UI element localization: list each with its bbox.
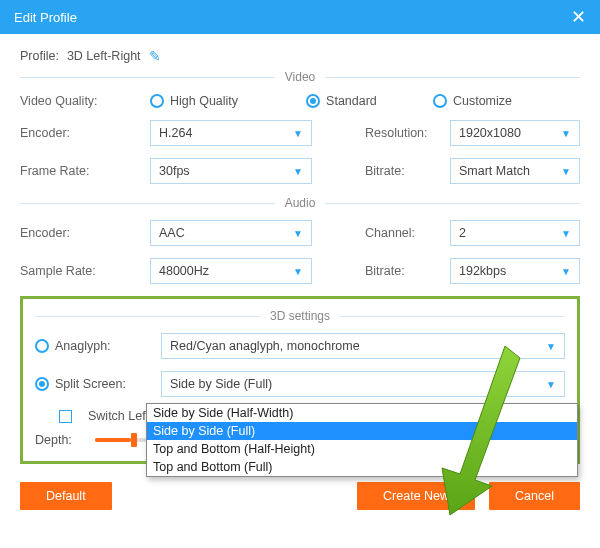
audio-channel-label: Channel: [365, 226, 440, 240]
anaglyph-value: Red/Cyan anaglyph, monochrome [170, 339, 360, 353]
audio-encoder-value: AAC [159, 226, 185, 240]
profile-value: 3D Left-Right [67, 49, 141, 63]
audio-samplerate-value: 48000Hz [159, 264, 209, 278]
three-d-section-label: 3D settings [270, 309, 330, 323]
audio-encoder-label: Encoder: [20, 226, 140, 240]
cancel-button[interactable]: Cancel [489, 482, 580, 510]
split-option-3[interactable]: Top and Bottom (Full) [147, 458, 577, 476]
default-button[interactable]: Default [20, 482, 112, 510]
video-framerate-value: 30fps [159, 164, 190, 178]
split-option-2[interactable]: Top and Bottom (Half-Height) [147, 440, 577, 458]
audio-encoder-select[interactable]: AAC▼ [150, 220, 312, 246]
close-icon[interactable]: ✕ [571, 6, 586, 28]
audio-channel-select[interactable]: 2▼ [450, 220, 580, 246]
video-bitrate-select[interactable]: Smart Match▼ [450, 158, 580, 184]
switch-left-checkbox[interactable] [59, 410, 72, 423]
chevron-down-icon: ▼ [293, 228, 303, 239]
audio-section-label: Audio [285, 196, 316, 210]
video-bitrate-value: Smart Match [459, 164, 530, 178]
switch-left-label: Switch Left [88, 409, 149, 423]
audio-channel-value: 2 [459, 226, 466, 240]
audio-bitrate-select[interactable]: 192kbps▼ [450, 258, 580, 284]
quality-customize-radio[interactable]: Customize [433, 94, 512, 108]
video-section-label: Video [285, 70, 315, 84]
audio-samplerate-select[interactable]: 48000Hz▼ [150, 258, 312, 284]
chevron-down-icon: ▼ [561, 228, 571, 239]
split-option-0[interactable]: Side by Side (Half-Width) [147, 404, 577, 422]
audio-bitrate-value: 192kbps [459, 264, 506, 278]
split-screen-dropdown[interactable]: Side by Side (Half-Width) Side by Side (… [146, 403, 578, 477]
video-resolution-select[interactable]: 1920x1080▼ [450, 120, 580, 146]
create-new-button[interactable]: Create New [357, 482, 475, 510]
chevron-down-icon: ▼ [561, 266, 571, 277]
chevron-down-icon: ▼ [546, 341, 556, 352]
titlebar: Edit Profile ✕ [0, 0, 600, 34]
chevron-down-icon: ▼ [561, 128, 571, 139]
chevron-down-icon: ▼ [293, 128, 303, 139]
video-framerate-label: Frame Rate: [20, 164, 140, 178]
quality-customize-text: Customize [453, 94, 512, 108]
quality-standard-text: Standard [326, 94, 377, 108]
split-screen-select[interactable]: Side by Side (Full)▼ [161, 371, 565, 397]
video-encoder-label: Encoder: [20, 126, 140, 140]
video-resolution-label: Resolution: [365, 126, 440, 140]
quality-high-text: High Quality [170, 94, 238, 108]
window-title: Edit Profile [14, 10, 77, 25]
split-option-1[interactable]: Side by Side (Full) [147, 422, 577, 440]
anaglyph-radio[interactable]: Anaglyph: [35, 339, 133, 353]
depth-label: Depth: [35, 433, 85, 447]
anaglyph-label: Anaglyph: [55, 339, 111, 353]
chevron-down-icon: ▼ [293, 266, 303, 277]
three-d-divider: 3D settings [35, 309, 565, 323]
chevron-down-icon: ▼ [546, 379, 556, 390]
profile-row: Profile: 3D Left-Right ✎ [20, 48, 580, 64]
edit-icon[interactable]: ✎ [149, 48, 161, 64]
video-resolution-value: 1920x1080 [459, 126, 521, 140]
video-bitrate-label: Bitrate: [365, 164, 440, 178]
profile-label: Profile: [20, 49, 59, 63]
chevron-down-icon: ▼ [293, 166, 303, 177]
video-encoder-value: H.264 [159, 126, 192, 140]
video-divider: Video [20, 70, 580, 84]
video-quality-label: Video Quality: [20, 94, 140, 108]
video-framerate-select[interactable]: 30fps▼ [150, 158, 312, 184]
split-screen-label: Split Screen: [55, 377, 126, 391]
quality-standard-radio[interactable]: Standard [306, 94, 377, 108]
audio-samplerate-label: Sample Rate: [20, 264, 140, 278]
chevron-down-icon: ▼ [561, 166, 571, 177]
three-d-box: 3D settings Anaglyph: Red/Cyan anaglyph,… [20, 296, 580, 464]
video-encoder-select[interactable]: H.264▼ [150, 120, 312, 146]
quality-high-radio[interactable]: High Quality [150, 94, 238, 108]
audio-divider: Audio [20, 196, 580, 210]
split-screen-value: Side by Side (Full) [170, 377, 272, 391]
split-screen-radio[interactable]: Split Screen: [35, 377, 133, 391]
audio-bitrate-label: Bitrate: [365, 264, 440, 278]
anaglyph-select[interactable]: Red/Cyan anaglyph, monochrome▼ [161, 333, 565, 359]
depth-slider-thumb[interactable] [131, 433, 137, 447]
